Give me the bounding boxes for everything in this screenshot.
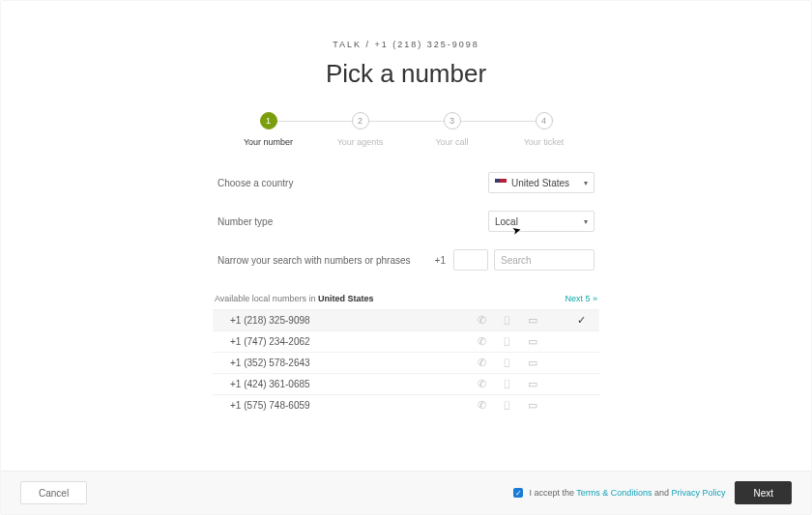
number-row[interactable]: +1 (575) 748-6059✆⌷▭ (213, 394, 599, 415)
next-button[interactable]: Next (735, 481, 792, 504)
available-numbers-label: Available local numbers in United States (215, 294, 373, 303)
number-row[interactable]: +1 (747) 234-2062✆⌷▭ (213, 330, 599, 352)
fax-icon: ▭ (528, 399, 537, 412)
step-label: Your call (435, 137, 468, 147)
country-label: Choose a country (218, 178, 488, 188)
voice-icon: ✆ (478, 378, 486, 390)
sms-icon: ⌷ (504, 314, 510, 327)
voice-icon: ✆ (478, 335, 486, 348)
number-type-select[interactable]: Local ▾ (488, 211, 594, 232)
phone-number: +1 (352) 578-2643 (230, 358, 478, 368)
next-page-link[interactable]: Next 5 » (565, 294, 597, 303)
fax-icon: ▭ (528, 335, 537, 348)
country-select[interactable]: United States ▾ (488, 172, 594, 193)
voice-icon: ✆ (478, 399, 486, 412)
selected-check-icon: ✓ (537, 314, 586, 327)
chevron-down-icon: ▾ (584, 217, 588, 226)
sms-icon: ⌷ (504, 357, 510, 369)
number-type-value: Local (495, 216, 518, 227)
number-row[interactable]: +1 (424) 361-0685✆⌷▭ (213, 373, 599, 394)
step-label: Your ticket (524, 137, 565, 147)
phone-number: +1 (747) 234-2062 (230, 336, 478, 347)
step-3: 3Your call (406, 112, 498, 147)
chevron-down-icon: ▾ (584, 179, 588, 187)
phone-number: +1 (575) 748-6059 (230, 400, 478, 411)
step-label: Your agents (337, 137, 384, 147)
number-row[interactable]: +1 (352) 578-2643✆⌷▭ (213, 352, 599, 373)
step-circle: 1 (260, 112, 277, 129)
flag-us-icon (495, 179, 507, 186)
privacy-link[interactable]: Privacy Policy (671, 488, 725, 498)
step-2: 2Your agents (314, 112, 406, 147)
sms-icon: ⌷ (504, 399, 510, 412)
fax-icon: ▭ (528, 378, 537, 390)
area-code-input[interactable] (453, 249, 488, 271)
breadcrumb: TALK / +1 (218) 325-9098 (1, 40, 811, 49)
accept-text: I accept the Terms & Conditions and Priv… (529, 488, 725, 498)
step-circle: 3 (444, 112, 461, 129)
country-code-prefix: +1 (435, 255, 446, 266)
terms-checkbox[interactable]: ✓ (513, 488, 523, 498)
step-1: 1Your number (222, 112, 314, 147)
sms-icon: ⌷ (504, 378, 510, 390)
phone-number: +1 (424) 361-0685 (230, 379, 478, 389)
narrow-search-label: Narrow your search with numbers or phras… (218, 255, 435, 266)
phone-number: +1 (218) 325-9098 (230, 315, 478, 326)
step-circle: 4 (536, 112, 553, 129)
step-label: Your number (244, 137, 293, 147)
sms-icon: ⌷ (504, 335, 510, 348)
cancel-button[interactable]: Cancel (20, 481, 87, 504)
fax-icon: ▭ (528, 357, 537, 369)
search-input[interactable] (494, 249, 594, 271)
step-4: 4Your ticket (498, 112, 590, 147)
voice-icon: ✆ (478, 314, 486, 327)
progress-stepper: 1Your number2Your agents3Your call4Your … (222, 112, 590, 147)
terms-link[interactable]: Terms & Conditions (576, 488, 652, 498)
voice-icon: ✆ (478, 357, 486, 369)
step-circle: 2 (352, 112, 369, 129)
number-type-label: Number type (218, 216, 488, 227)
page-title: Pick a number (1, 59, 811, 89)
country-value: United States (511, 178, 569, 188)
fax-icon: ▭ (528, 314, 537, 327)
number-row[interactable]: +1 (218) 325-9098✆⌷▭✓ (213, 309, 599, 330)
